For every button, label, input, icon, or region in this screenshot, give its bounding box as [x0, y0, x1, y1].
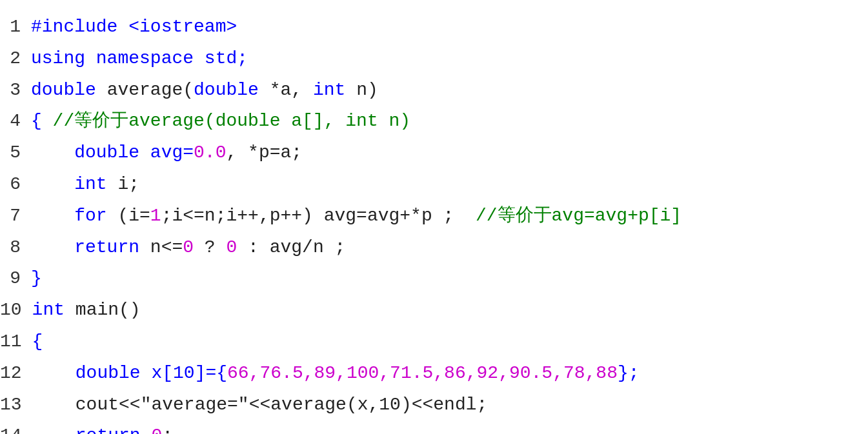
token: }; — [618, 363, 640, 383]
line-content: using namespace std; — [31, 44, 248, 74]
code-container: 1#include <iostream>2using namespace std… — [0, 6, 868, 434]
code-line: 8 return n<=0 ? 0 : avg/n ; — [0, 232, 868, 264]
token: cout<<"average="<<average(x,10)<<endl; — [32, 395, 488, 415]
token: ? — [194, 237, 226, 257]
line-number: 7 — [0, 202, 31, 231]
code-line: 7 for (i=1;i<=n;i++,p++) avg=avg+*p ; //… — [0, 201, 868, 232]
line-number: 9 — [0, 264, 31, 293]
code-line: 2using namespace std; — [0, 43, 868, 75]
token: //等价于avg=avg+p[i] — [476, 206, 681, 226]
code-line: 13 cout<<"average="<<average(x,10)<<endl… — [0, 390, 868, 421]
code-line: 9} — [0, 263, 868, 295]
line-number: 5 — [0, 139, 31, 168]
line-number: 11 — [0, 328, 32, 357]
line-content: int i; — [31, 170, 139, 199]
token: double — [194, 80, 259, 100]
token: 0 — [183, 237, 194, 257]
line-content: double average(double *a, int n) — [31, 76, 378, 105]
token: average( — [96, 80, 194, 100]
code-line: 1#include <iostream> — [0, 12, 868, 43]
token: main() — [65, 300, 141, 320]
token: { — [32, 331, 43, 351]
line-number: 4 — [0, 107, 31, 136]
code-line: 11{ — [0, 326, 868, 358]
code-line: 6 int i; — [0, 169, 868, 201]
token: } — [31, 268, 42, 288]
line-number: 8 — [0, 233, 31, 262]
line-number: 13 — [0, 391, 32, 420]
line-content: int main() — [32, 296, 141, 325]
token: int — [32, 300, 65, 320]
line-content: for (i=1;i<=n;i++,p++) avg=avg+*p ; //等价… — [31, 202, 681, 231]
code-line: 3double average(double *a, int n) — [0, 75, 868, 106]
token: *a, — [259, 80, 313, 100]
token: ;i<=n;i++,p++) avg=avg+*p ; — [161, 206, 476, 226]
line-number: 12 — [0, 359, 32, 388]
token: n) — [345, 80, 378, 100]
token: n<= — [139, 237, 183, 257]
token: return — [31, 237, 139, 257]
token: 1 — [150, 206, 161, 226]
line-number: 6 — [0, 170, 31, 199]
token: ; — [162, 426, 173, 434]
token: , *p=a; — [226, 143, 302, 163]
token: 0.0 — [194, 143, 226, 163]
code-line: 14 return 0; — [0, 420, 868, 434]
token: for — [31, 206, 107, 226]
token: int — [31, 174, 107, 194]
code-line: 12 double x[10]={66,76.5,89,100,71.5,86,… — [0, 358, 868, 390]
token: return — [32, 426, 141, 434]
token: //等价于average(double a[], int n) — [53, 111, 410, 131]
token: #include <iostream> — [31, 17, 237, 37]
token: double — [31, 80, 96, 100]
token: double x[10]={ — [32, 363, 227, 383]
line-number: 3 — [0, 76, 31, 105]
token: : avg/n ; — [237, 237, 345, 257]
line-content: return n<=0 ? 0 : avg/n ; — [31, 233, 345, 262]
line-content: #include <iostream> — [31, 13, 237, 42]
token: i; — [107, 174, 139, 194]
token: 0 — [226, 237, 237, 257]
token: 0 — [151, 426, 162, 434]
code-line: 10int main() — [0, 295, 868, 326]
token: using namespace std; — [31, 48, 248, 68]
line-content: double x[10]={66,76.5,89,100,71.5,86,92,… — [32, 359, 640, 388]
line-content: } — [31, 264, 42, 293]
code-line: 5 double avg=0.0, *p=a; — [0, 137, 868, 169]
line-content: { — [32, 328, 43, 357]
line-number: 1 — [0, 13, 31, 42]
token: int — [313, 80, 345, 100]
token: (i= — [107, 206, 150, 226]
line-content: { //等价于average(double a[], int n) — [31, 107, 410, 136]
line-number: 2 — [0, 44, 31, 74]
token: double avg= — [31, 143, 194, 163]
line-number: 14 — [0, 422, 32, 434]
token: { — [31, 111, 53, 131]
line-content: cout<<"average="<<average(x,10)<<endl; — [32, 391, 488, 420]
line-content: return 0; — [32, 422, 173, 434]
token — [141, 426, 152, 434]
line-content: double avg=0.0, *p=a; — [31, 139, 302, 168]
code-line: 4{ //等价于average(double a[], int n) — [0, 106, 868, 137]
line-number: 10 — [0, 296, 32, 325]
token: 66,76.5,89,100,71.5,86,92,90.5,78,88 — [227, 363, 618, 383]
